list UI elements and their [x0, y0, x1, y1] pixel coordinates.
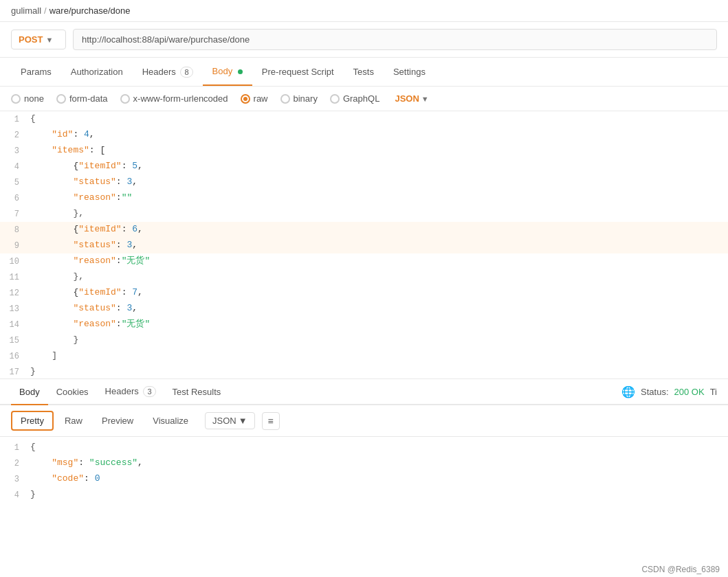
response-tab-headers[interactable]: Headers 3	[97, 379, 164, 404]
code-line-7: 7 },	[0, 206, 728, 222]
code-line-17: 17 }	[0, 364, 728, 379]
chevron-down-icon: ▼	[45, 36, 53, 44]
resp-line-2: 2 "msg": "success",	[0, 455, 728, 471]
radio-raw-circle	[241, 94, 250, 104]
body-type-radio-row: none form-data x-www-form-urlencoded raw…	[0, 87, 728, 111]
time-label: Ti	[710, 387, 717, 397]
headers-response-badge: 3	[143, 386, 155, 397]
json-chevron-icon: ▼	[421, 95, 429, 103]
code-line-6: 6 "reason":""	[0, 190, 728, 206]
request-tabs-row: Params Authorization Headers 8 Body Pre-…	[0, 58, 728, 87]
code-line-3: 3 "items": [	[0, 143, 728, 159]
breadcrumb: gulimall / ware/purchase/done	[0, 0, 728, 22]
code-line-13: 13 "status": 3,	[0, 301, 728, 317]
code-line-8: 8 {"itemId": 6,	[0, 222, 728, 238]
resp-line-1: 1 {	[0, 440, 728, 455]
tab-tests[interactable]: Tests	[344, 58, 384, 85]
response-tab-body[interactable]: Body	[11, 380, 48, 404]
code-line-12: 12 {"itemId": 7,	[0, 285, 728, 301]
footer: CSDN @Redis_6389	[633, 562, 728, 577]
status-code: 200 OK	[674, 387, 705, 397]
format-button[interactable]: ≡	[262, 412, 280, 430]
code-line-15: 15 }	[0, 332, 728, 348]
url-bar: POST ▼	[0, 22, 728, 58]
radio-none[interactable]: none	[11, 93, 44, 104]
radio-none-circle	[11, 94, 21, 104]
response-status: 🌐 Status: 200 OK Ti	[621, 385, 717, 398]
breadcrumb-separator: /	[44, 5, 47, 16]
radio-formdata-circle	[56, 94, 66, 104]
response-section: Body Cookies Headers 3 Test Results 🌐 St…	[0, 379, 728, 506]
radio-binary-circle	[280, 94, 290, 104]
code-line-1: 1 {	[0, 111, 728, 127]
method-selector[interactable]: POST ▼	[11, 30, 66, 49]
view-tab-visualize[interactable]: Visualize	[144, 412, 197, 429]
footer-text: CSDN @Redis_6389	[641, 565, 720, 574]
code-line-5: 5 "status": 3,	[0, 174, 728, 190]
code-line-4: 4 {"itemId": 5,	[0, 159, 728, 174]
radio-urlencoded-circle	[120, 94, 130, 104]
body-active-dot	[238, 69, 243, 74]
url-input[interactable]	[73, 29, 717, 50]
response-tabs-row: Body Cookies Headers 3 Test Results 🌐 St…	[0, 379, 728, 405]
globe-icon: 🌐	[621, 385, 635, 398]
json-type-selector[interactable]: JSON ▼	[395, 93, 428, 104]
tab-headers[interactable]: Headers 8	[133, 58, 203, 86]
json-selector-chevron-icon: ▼	[239, 416, 247, 426]
response-json-selector[interactable]: JSON ▼	[205, 412, 255, 429]
radio-urlencoded[interactable]: x-www-form-urlencoded	[120, 93, 228, 104]
code-line-9: 9 "status": 3,	[0, 238, 728, 253]
response-tab-cookies[interactable]: Cookies	[48, 380, 97, 404]
code-line-2: 2 "id": 4,	[0, 127, 728, 143]
view-tab-preview[interactable]: Preview	[93, 412, 142, 429]
method-label: POST	[19, 34, 43, 45]
view-tabs-row: Pretty Raw Preview Visualize JSON ▼ ≡	[0, 405, 728, 437]
breadcrumb-app[interactable]: gulimall	[11, 5, 41, 16]
response-tab-test-results[interactable]: Test Results	[164, 380, 230, 404]
request-body-editor[interactable]: 1 { 2 "id": 4, 3 "items": [ 4 {"itemId":…	[0, 111, 728, 379]
radio-graphql-circle	[330, 94, 340, 104]
resp-line-4: 4 }	[0, 487, 728, 503]
code-line-10: 10 "reason":"无货"	[0, 253, 728, 269]
radio-raw[interactable]: raw	[241, 93, 268, 104]
radio-form-data[interactable]: form-data	[56, 93, 108, 104]
tab-params[interactable]: Params	[11, 58, 61, 85]
status-label: Status:	[641, 387, 668, 397]
breadcrumb-path: ware/purchase/done	[49, 5, 131, 16]
resp-line-3: 3 "code": 0	[0, 471, 728, 487]
view-tab-raw[interactable]: Raw	[56, 412, 91, 429]
tab-prerequest[interactable]: Pre-request Script	[252, 58, 344, 85]
code-line-11: 11 },	[0, 269, 728, 285]
response-body-display: 1 { 2 "msg": "success", 3 "code": 0 4 }	[0, 437, 728, 506]
code-line-14: 14 "reason":"无货"	[0, 317, 728, 332]
headers-badge: 8	[180, 67, 192, 78]
view-tab-pretty[interactable]: Pretty	[11, 411, 54, 431]
radio-binary[interactable]: binary	[280, 93, 318, 104]
tab-authorization[interactable]: Authorization	[61, 58, 133, 85]
code-line-16: 16 ]	[0, 348, 728, 364]
radio-graphql[interactable]: GraphQL	[330, 93, 379, 104]
tab-body[interactable]: Body	[203, 58, 252, 86]
tab-settings[interactable]: Settings	[384, 58, 435, 85]
